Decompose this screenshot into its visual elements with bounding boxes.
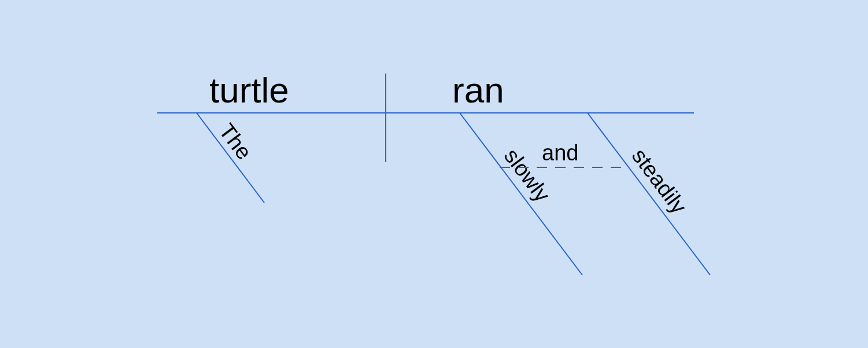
adverb2-branch — [588, 113, 710, 275]
sentence-diagram: turtle ran The slowly steadily and — [0, 0, 868, 348]
adverb1-branch — [460, 113, 582, 275]
conjunction-word: and — [542, 141, 578, 165]
article-word: The — [215, 119, 257, 164]
subject-word: turtle — [209, 70, 289, 110]
predicate-word: ran — [452, 70, 504, 110]
